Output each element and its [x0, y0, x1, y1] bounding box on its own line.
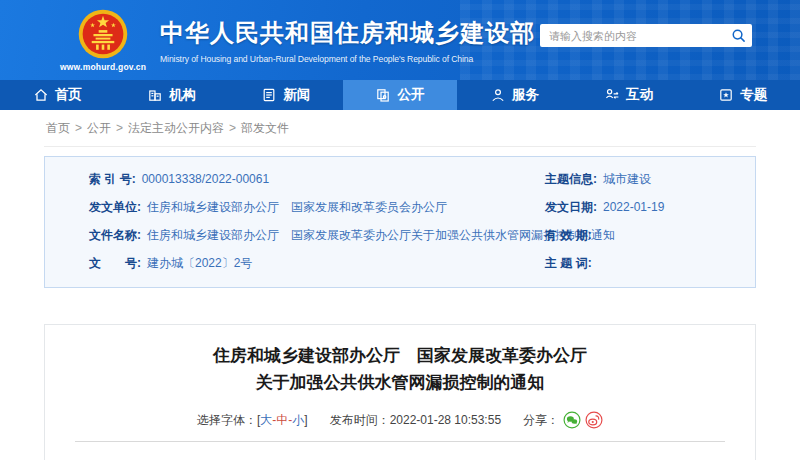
publish-time-label: 发布时间： [330, 412, 390, 429]
share-label: 分享： [523, 412, 559, 429]
meta-keywords: 主 题 词: [545, 255, 755, 272]
interaction-icon [604, 87, 620, 103]
meta-document-name: 文件名称:住房和城乡建设部办公厅 国家发展改革委办公厅关于加强公共供水管网漏损控… [89, 227, 545, 244]
meta-left-column: 索 引 号:000013338/2022-00061 发文单位:住房和城乡建设部… [89, 171, 545, 283]
font-size-medium[interactable]: 中 [276, 412, 288, 429]
font-bracket-close: ] [304, 413, 307, 427]
publish-time-value: 2022-01-28 10:53:55 [390, 413, 501, 427]
nav-item-label: 新闻 [283, 86, 310, 104]
topics-icon [718, 87, 734, 103]
wechat-share-icon[interactable] [563, 411, 581, 429]
meta-right-column: 主题信息:城市建设 发文日期:2022-01-19 有 效 期: 主 题 词: [545, 171, 755, 283]
disclosure-icon [375, 87, 391, 103]
article-panel: 住房和城乡建设部办公厅 国家发展改革委办公厅 关于加强公共供水管网漏损控制的通知… [44, 324, 756, 460]
main-nav: 首页 机构 新闻 公开 服务 互动 [0, 80, 800, 110]
site-header: www.mohurd.gov.cn 中华人民共和国住房和城乡建设部 Minist… [0, 0, 800, 80]
breadcrumb-ministry-documents[interactable]: 部发文件 [241, 121, 289, 135]
nav-item-label: 首页 [55, 86, 82, 104]
nav-item-label: 机构 [169, 86, 196, 104]
nav-item-label: 服务 [512, 86, 539, 104]
breadcrumb-separator: > [75, 121, 82, 135]
search-box [540, 24, 752, 47]
meta-document-number: 文 号:建办城〔2022〕2号 [89, 255, 545, 272]
document-meta-panel: 索 引 号:000013338/2022-00061 发文单位:住房和城乡建设部… [44, 156, 756, 288]
meta-topic-info: 主题信息:城市建设 [545, 171, 755, 188]
nav-item-label: 互动 [626, 86, 653, 104]
nav-item-news[interactable]: 新闻 [229, 80, 343, 110]
meta-issuing-unit: 发文单位:住房和城乡建设部办公厅 国家发展和改革委员会办公厅 [89, 199, 545, 216]
breadcrumb-separator: > [116, 121, 123, 135]
service-icon [490, 87, 506, 103]
meta-index-number: 索 引 号:000013338/2022-00061 [89, 171, 545, 188]
search-input[interactable] [540, 30, 724, 42]
font-size-large[interactable]: 大 [260, 412, 272, 429]
article-divider [75, 441, 725, 442]
site-titles: 中华人民共和国住房和城乡建设部 Ministry of Housing and … [160, 17, 535, 64]
breadcrumb: 首页>公开>法定主动公开内容>部发文件 [44, 110, 756, 147]
nav-item-topics[interactable]: 专题 [686, 80, 800, 110]
site-url: www.mohurd.gov.cn [60, 62, 146, 72]
nav-item-home[interactable]: 首页 [0, 80, 114, 110]
site-subtitle: Ministry of Housing and Urban-Rural Deve… [160, 54, 535, 64]
font-size-label: 选择字体： [197, 412, 257, 429]
weibo-share-icon[interactable] [585, 411, 603, 429]
news-icon [261, 87, 277, 103]
national-emblem-icon [77, 8, 129, 60]
breadcrumb-separator: > [229, 121, 236, 135]
search-icon [731, 28, 746, 43]
meta-issue-date: 发文日期:2022-01-19 [545, 199, 755, 216]
nav-item-service[interactable]: 服务 [457, 80, 571, 110]
breadcrumb-home[interactable]: 首页 [46, 121, 70, 135]
nav-item-label: 专题 [740, 86, 767, 104]
article-info-row: 选择字体：[大 - 中 - 小] 发布时间：2022-01-28 10:53:5… [45, 411, 755, 429]
font-size-small[interactable]: 小 [292, 412, 304, 429]
nav-item-disclosure[interactable]: 公开 [343, 80, 457, 110]
article-title-line1: 住房和城乡建设部办公厅 国家发展改革委办公厅 [45, 342, 755, 369]
nav-item-interaction[interactable]: 互动 [571, 80, 685, 110]
article-title: 住房和城乡建设部办公厅 国家发展改革委办公厅 关于加强公共供水管网漏损控制的通知 [45, 342, 755, 396]
organization-icon [147, 87, 163, 103]
nav-item-organization[interactable]: 机构 [114, 80, 228, 110]
meta-validity-period: 有 效 期: [545, 227, 755, 244]
home-icon [33, 87, 49, 103]
breadcrumb-statutory-content[interactable]: 法定主动公开内容 [128, 121, 224, 135]
site-title: 中华人民共和国住房和城乡建设部 [160, 17, 535, 49]
emblem-block: www.mohurd.gov.cn [60, 8, 146, 72]
article-title-line2: 关于加强公共供水管网漏损控制的通知 [45, 369, 755, 396]
breadcrumb-disclosure[interactable]: 公开 [87, 121, 111, 135]
search-button[interactable] [724, 24, 752, 47]
nav-item-label: 公开 [397, 86, 424, 104]
